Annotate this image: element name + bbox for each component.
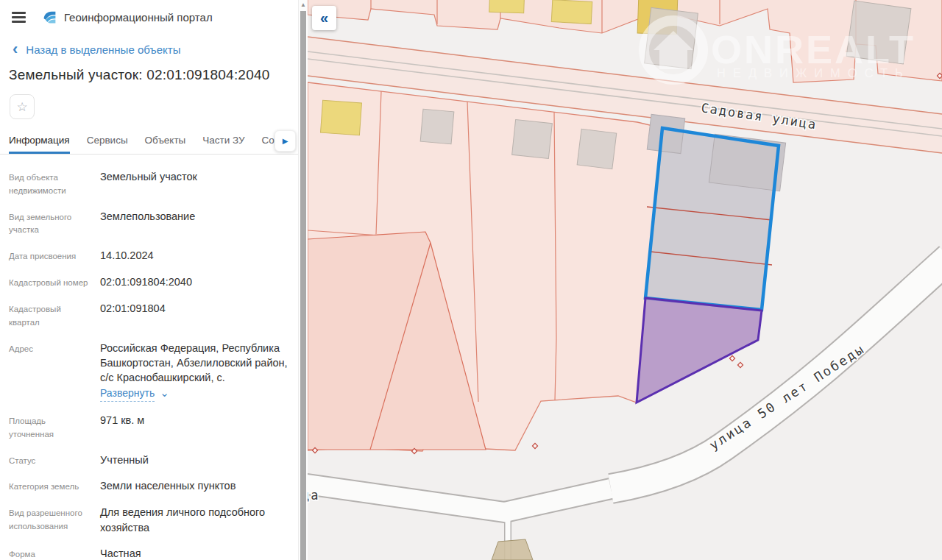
field-row: Вид объекта недвижимостиЗемельный участо… bbox=[9, 169, 288, 198]
field-value-text: Земли населенных пунктов bbox=[100, 480, 236, 492]
field-value: Для ведения личного подсобного хозяйства bbox=[100, 505, 288, 535]
tab-3[interactable]: Части ЗУ bbox=[202, 129, 244, 154]
field-label: Вид разрешенного использования bbox=[9, 505, 100, 535]
field-value: Земли населенных пунктов bbox=[100, 478, 288, 494]
menu-icon[interactable] bbox=[12, 12, 26, 23]
back-link-label: Назад в выделенные объекты bbox=[26, 43, 180, 56]
field-value-text: Земельный участок bbox=[100, 171, 197, 182]
tabs-bar: ИнформацияСервисыОбъектыЧасти ЗУСостав ▶ bbox=[0, 129, 298, 155]
field-value-text: 971 кв. м bbox=[100, 414, 144, 426]
field-label: Площадь уточненная bbox=[9, 413, 100, 442]
expand-link-label: Развернуть bbox=[100, 386, 155, 402]
tab-1[interactable]: Сервисы bbox=[87, 129, 128, 154]
field-label: Форма собственности bbox=[9, 546, 100, 560]
building-gray bbox=[577, 129, 617, 169]
field-value: 14.10.2024 bbox=[100, 248, 288, 263]
building-beige bbox=[492, 539, 533, 560]
building-yellow bbox=[551, 0, 592, 24]
fields-list: Вид объекта недвижимостиЗемельный участо… bbox=[0, 155, 298, 560]
field-value-text: Российская Федерация, Республика Башкорт… bbox=[100, 342, 288, 384]
field-label: Статус bbox=[9, 453, 100, 468]
triangle-right-icon: ▶ bbox=[283, 137, 288, 145]
sidebar-scrollbar[interactable]: ▲ bbox=[298, 0, 308, 560]
field-value: Российская Федерация, Республика Башкорт… bbox=[100, 341, 288, 402]
field-value: Земельный участок bbox=[100, 169, 288, 198]
field-value-text: Для ведения личного подсобного хозяйства bbox=[100, 506, 265, 533]
field-label: Кадастровый номер bbox=[9, 274, 100, 290]
back-link[interactable]: ‹ Назад в выделенные объекты bbox=[0, 43, 298, 56]
field-row: Категория земельЗемли населенных пунктов bbox=[9, 478, 288, 494]
field-value-text: Землепользование bbox=[100, 210, 195, 222]
app-logo-icon bbox=[42, 10, 57, 25]
field-label: Вид объекта недвижимости bbox=[9, 169, 100, 198]
field-value: Учтенный bbox=[100, 453, 288, 468]
field-row: Площадь уточненная971 кв. м bbox=[9, 413, 288, 442]
favorite-button[interactable]: ☆ bbox=[10, 94, 35, 119]
chevron-down-icon: ⌄ bbox=[160, 389, 169, 396]
tab-0[interactable]: Информация bbox=[9, 129, 70, 154]
expand-address-link[interactable]: Развернуть⌄ bbox=[100, 386, 288, 402]
field-value: 02:01:091804:2040 bbox=[100, 274, 288, 290]
map-canvas[interactable]: Садовая улица улица 50 лет Победы ца ONR… bbox=[308, 0, 942, 560]
collapse-panel-button[interactable]: « bbox=[312, 6, 336, 30]
field-row: Кадастровый номер02:01:091804:2040 bbox=[9, 274, 288, 290]
field-label: Категория земель bbox=[9, 478, 100, 494]
sidebar-panel: Геоинформационный портал ‹ Назад в выдел… bbox=[0, 0, 298, 560]
collapse-icon: « bbox=[320, 10, 328, 26]
scrollbar-thumb[interactable] bbox=[300, 11, 306, 560]
tab-2[interactable]: Объекты bbox=[145, 129, 186, 154]
field-value: Частная bbox=[100, 546, 288, 560]
field-value-text: 02:01:091804:2040 bbox=[100, 276, 192, 288]
field-label: Дата присвоения bbox=[9, 248, 100, 263]
field-row: Вид разрешенного использованияДля ведени… bbox=[9, 505, 288, 535]
page-title: Земельный участок: 02:01:091804:2040 bbox=[9, 67, 286, 83]
field-value: Землепользование bbox=[100, 209, 288, 238]
field-label: Кадастровый квартал bbox=[9, 301, 100, 330]
field-row: СтатусУчтенный bbox=[9, 453, 288, 468]
field-value-text: 02:01:091804 bbox=[100, 302, 166, 314]
app-title: Геоинформационный портал bbox=[64, 11, 213, 24]
building-yellow bbox=[489, 0, 525, 13]
geoportal-app: Геоинформационный портал ‹ Назад в выдел… bbox=[0, 0, 942, 560]
field-label: Адрес bbox=[9, 341, 100, 402]
field-value-text: Учтенный bbox=[100, 454, 149, 466]
field-value: 971 кв. м bbox=[100, 413, 288, 442]
building-gray bbox=[512, 120, 553, 159]
building-yellow bbox=[321, 100, 362, 135]
field-row: Кадастровый квартал02:01:091804 bbox=[9, 301, 288, 330]
field-row: Форма собственностиЧастная bbox=[9, 546, 288, 560]
street-label-partial: ца bbox=[308, 488, 319, 503]
back-chevron-icon: ‹ bbox=[13, 43, 18, 55]
star-icon: ☆ bbox=[16, 99, 27, 115]
scroll-up-icon: ▲ bbox=[299, 1, 308, 8]
building-gray bbox=[420, 109, 454, 143]
map-svg: Садовая улица улица 50 лет Победы ца ONR… bbox=[308, 0, 942, 560]
field-row: АдресРоссийская Федерация, Республика Ба… bbox=[9, 341, 288, 402]
field-row: Дата присвоения14.10.2024 bbox=[9, 248, 288, 263]
field-value-text: Частная bbox=[100, 547, 141, 559]
field-value: 02:01:091804 bbox=[100, 301, 288, 330]
watermark-brand: ONREALT bbox=[711, 27, 916, 71]
watermark-subtitle: НЕДВИЖИМОСТЬ bbox=[717, 66, 910, 79]
app-header: Геоинформационный портал bbox=[0, 0, 298, 25]
field-value-text: 14.10.2024 bbox=[100, 249, 154, 261]
field-label: Вид земельного участка bbox=[9, 209, 100, 238]
tabs: ИнформацияСервисыОбъектыЧасти ЗУСостав bbox=[0, 129, 298, 154]
field-row: Вид земельного участкаЗемлепользование bbox=[9, 209, 288, 238]
building-gray bbox=[647, 114, 685, 153]
tabs-scroll-right-button[interactable]: ▶ bbox=[275, 130, 296, 152]
